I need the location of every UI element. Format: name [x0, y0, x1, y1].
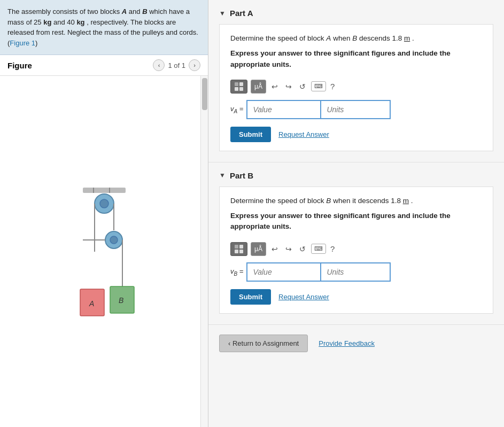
svg-text:A: A — [89, 299, 94, 308]
part-b-value-input[interactable] — [246, 262, 321, 282]
part-b-content: Determine the speed of block B when it d… — [219, 187, 493, 314]
part-a-content: Determine the speed of block A when B de… — [219, 24, 493, 151]
svg-rect-17 — [235, 82, 238, 86]
part-a-label: vA = — [230, 105, 243, 114]
part-b-request-answer-button[interactable]: Request Answer — [278, 293, 329, 301]
svg-point-8 — [110, 236, 118, 244]
nav-prev-button[interactable]: ‹ — [153, 59, 165, 71]
undo-button-b[interactable]: ↩ — [269, 244, 280, 254]
left-panel: The assembly consists of two blocks A an… — [0, 0, 208, 427]
keyboard-button-a[interactable]: ⌨ — [311, 81, 326, 91]
matrix-button-a[interactable] — [230, 80, 247, 94]
part-b-instruction: Express your answer to three significant… — [230, 211, 482, 232]
svg-rect-20 — [239, 87, 243, 91]
help-icon-a[interactable]: ? — [330, 82, 335, 91]
mu-button-a[interactable]: μÅ — [251, 80, 266, 94]
part-a-section: ▼ Part A Determine the speed of block A … — [208, 0, 504, 162]
provide-feedback-button[interactable]: Provide Feedback — [319, 339, 375, 347]
part-a-title: Part A — [230, 9, 253, 18]
scroll-thumb — [202, 78, 207, 110]
svg-rect-23 — [235, 250, 238, 253]
svg-rect-0 — [83, 188, 126, 193]
part-a-value-input[interactable] — [246, 100, 321, 119]
undo-button-a[interactable]: ↩ — [269, 81, 280, 92]
part-b-section: ▼ Part B Determine the speed of block B … — [208, 162, 504, 325]
return-to-assignment-button[interactable]: ‹ Return to Assignment — [219, 335, 308, 352]
right-panel: ▼ Part A Determine the speed of block A … — [208, 0, 504, 427]
refresh-button-a[interactable]: ↺ — [297, 81, 308, 92]
part-b-collapse-arrow[interactable]: ▼ — [219, 172, 226, 179]
pulley-figure: A B — [51, 182, 158, 321]
svg-rect-24 — [239, 250, 243, 253]
part-a-question: Determine the speed of block A when B de… — [230, 33, 482, 44]
part-b-action-row: Submit Request Answer — [230, 289, 482, 305]
svg-point-4 — [100, 199, 108, 208]
redo-button-a[interactable]: ↪ — [283, 81, 294, 92]
bottom-actions: ‹ Return to Assignment Provide Feedback — [208, 325, 504, 362]
matrix-button-b[interactable] — [230, 242, 247, 256]
problem-description: The assembly consists of two blocks A an… — [0, 0, 208, 55]
part-b-units-input[interactable] — [321, 262, 391, 282]
part-b-answer-row: vB = — [230, 262, 482, 282]
nav-next-button[interactable]: › — [189, 59, 200, 71]
part-b-label: vB = — [230, 267, 243, 277]
part-a-submit-button[interactable]: Submit — [230, 127, 271, 142]
part-a-action-row: Submit Request Answer — [230, 127, 482, 142]
part-b-title: Part B — [230, 171, 253, 180]
part-b-question: Determine the speed of block B when it d… — [230, 196, 482, 206]
nav-page-label: 1 of 1 — [168, 61, 185, 69]
part-a-request-answer-button[interactable]: Request Answer — [278, 130, 329, 138]
redo-button-b[interactable]: ↪ — [283, 244, 294, 254]
svg-text:B: B — [119, 296, 123, 305]
svg-rect-21 — [235, 245, 238, 249]
keyboard-button-b[interactable]: ⌨ — [311, 244, 326, 254]
matrix-icon-a — [234, 82, 244, 91]
svg-rect-19 — [235, 87, 238, 91]
part-a-toolbar: μÅ ↩ ↪ ↺ ⌨ ? — [230, 77, 482, 96]
figure-title: Figure — [7, 61, 32, 70]
part-a-header: ▼ Part A — [219, 9, 493, 18]
help-icon-b[interactable]: ? — [330, 244, 335, 253]
figure-content: A B — [0, 76, 208, 427]
part-a-collapse-arrow[interactable]: ▼ — [219, 10, 226, 17]
refresh-button-b[interactable]: ↺ — [297, 244, 308, 254]
figure-section: Figure ‹ 1 of 1 › — [0, 55, 208, 427]
part-a-instruction: Express your answer to three significant… — [230, 48, 482, 70]
problem-text: The assembly consists of two blocks A an… — [7, 7, 198, 47]
figure-link[interactable]: Figure 1 — [10, 39, 35, 47]
part-b-header: ▼ Part B — [219, 171, 493, 180]
figure-nav: ‹ 1 of 1 › — [153, 59, 200, 71]
part-a-answer-row: vA = — [230, 100, 482, 119]
svg-rect-22 — [239, 245, 243, 249]
figure-header: Figure ‹ 1 of 1 › — [0, 55, 208, 76]
figure-scrollbar[interactable] — [200, 76, 208, 427]
mu-button-b[interactable]: μÅ — [251, 242, 266, 256]
part-b-toolbar: μÅ ↩ ↪ ↺ ⌨ ? — [230, 240, 482, 258]
part-b-submit-button[interactable]: Submit — [230, 289, 271, 305]
matrix-icon-b — [234, 244, 244, 254]
svg-rect-18 — [239, 82, 243, 86]
part-a-units-input[interactable] — [321, 100, 391, 119]
